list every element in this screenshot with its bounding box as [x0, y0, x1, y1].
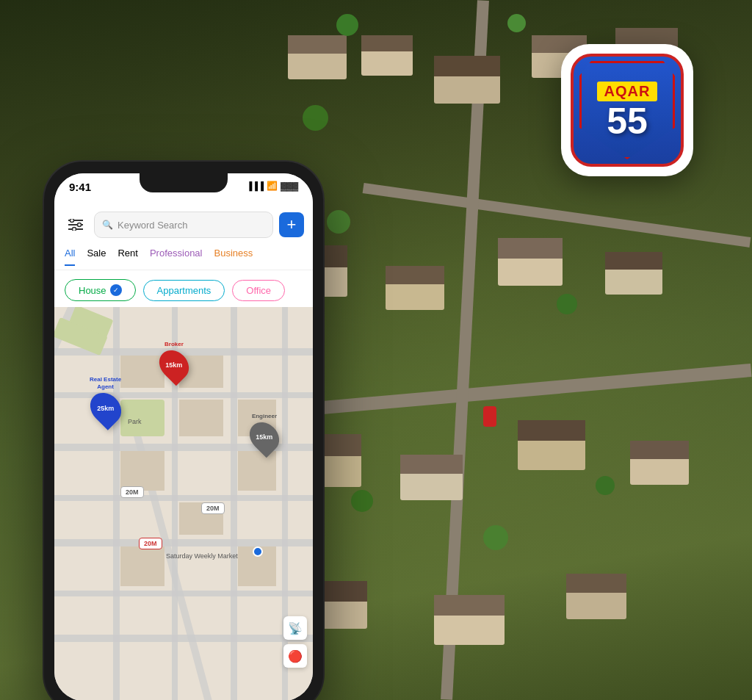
chip-office[interactable]: Office [232, 280, 285, 301]
broker-marker: Broker 15km [161, 341, 187, 381]
office-label: Office [246, 285, 271, 296]
aerial-roof [386, 266, 444, 284]
satellite-button[interactable]: 📡 [283, 616, 307, 640]
apartments-label: Appartments [157, 285, 212, 296]
house-label: House [79, 285, 106, 296]
add-button[interactable]: + [279, 212, 304, 237]
park-label: Park [128, 418, 142, 425]
search-area: 🔍 Keyword Search + [54, 206, 313, 244]
filter-button[interactable] [63, 212, 88, 237]
street-v1 [113, 304, 120, 700]
aerial-house [434, 56, 500, 104]
svg-point-5 [73, 228, 76, 231]
app-brand-text: AQAR [597, 82, 658, 101]
aerial-tree [596, 476, 615, 495]
price-tag-3: 20M [139, 538, 162, 549]
aerial-house [288, 35, 347, 79]
aerial-roof [361, 35, 413, 51]
aerial-house [361, 35, 413, 76]
market-pin [253, 546, 263, 557]
engineer-marker: Engineer 15km [251, 413, 278, 453]
aerial-house [400, 455, 463, 500]
tab-business[interactable]: Business [214, 248, 253, 266]
block5 [120, 451, 164, 491]
filter-icon [68, 219, 83, 231]
search-icon: 🔍 [102, 220, 113, 230]
chip-apartments[interactable]: Appartments [143, 280, 225, 301]
aerial-tree [483, 525, 508, 550]
status-icons: ▐▐▐ 📶 ▓▓▓ [247, 181, 298, 191]
location-icon: 🔴 [288, 649, 303, 663]
block6 [238, 451, 276, 491]
map-controls: 📡 🔴 [283, 616, 307, 668]
app-icon-inner: AQAR 55 [571, 54, 684, 167]
park-block [120, 400, 164, 436]
aerial-roof [434, 595, 505, 616]
aerial-house [386, 266, 444, 310]
aerial-tree [351, 490, 373, 512]
aerial-house [434, 595, 505, 645]
search-placeholder: Keyword Search [118, 220, 187, 231]
aerial-tree [336, 14, 358, 36]
svg-point-4 [78, 223, 82, 227]
aerial-road [264, 364, 752, 419]
app-icon: AQAR 55 [561, 44, 693, 176]
aerial-house [605, 252, 662, 295]
street-h4 [54, 495, 313, 501]
aerial-house [518, 420, 585, 470]
real-estate-agent-marker: Real EstateAgent 25km [90, 376, 121, 425]
chip-house[interactable]: House ✓ [65, 279, 136, 301]
street-h5 [54, 539, 313, 546]
aerial-roof [434, 56, 500, 76]
battery-icon: ▓▓▓ [281, 181, 298, 190]
aerial-roof [400, 455, 463, 474]
status-time: 9:41 [69, 181, 91, 193]
price-tag-2: 20M [201, 502, 225, 514]
map-area[interactable]: Park Saturday Weekly Market Real EstateA… [54, 304, 313, 700]
aerial-car [483, 406, 496, 427]
aerial-tree [507, 14, 526, 32]
aerial-tree [303, 105, 328, 131]
aerial-roof [498, 238, 563, 259]
street-h7 [54, 635, 313, 642]
property-chips: House ✓ Appartments Office [54, 273, 313, 307]
tab-sale[interactable]: Sale [87, 248, 106, 266]
block8 [120, 546, 164, 586]
satellite-icon: 📡 [288, 621, 303, 635]
svg-point-3 [70, 219, 74, 223]
tab-professional[interactable]: Professional [150, 248, 203, 266]
signal-icon: ▐▐▐ [247, 181, 264, 190]
street-v3 [231, 304, 237, 700]
aerial-tree [557, 294, 577, 314]
aerial-roof [288, 35, 347, 54]
block1 [120, 356, 164, 388]
aerial-roof [630, 441, 689, 459]
tab-rent[interactable]: Rent [118, 248, 137, 266]
location-button[interactable]: 🔴 [283, 644, 307, 668]
aerial-roof [605, 252, 662, 270]
aerial-house [630, 441, 689, 485]
market-label: Saturday Weekly Market [166, 552, 238, 560]
aerial-tree [327, 210, 350, 234]
aerial-roof [518, 420, 585, 441]
phone-screen: 9:41 ▐▐▐ 📶 ▓▓▓ 🔍 Keywor [54, 173, 313, 700]
house-check: ✓ [110, 284, 122, 296]
block3 [179, 400, 223, 436]
tab-all[interactable]: All [65, 248, 75, 266]
aerial-house [498, 238, 563, 286]
price-tag-1: 20M [120, 486, 144, 498]
wifi-icon: 📶 [267, 181, 278, 191]
phone-notch [140, 173, 228, 192]
category-tabs: All Sale Rent Professional Business [54, 244, 313, 270]
phone-mockup: 9:41 ▐▐▐ 📶 ▓▓▓ 🔍 Keywor [44, 162, 323, 700]
search-input[interactable]: 🔍 Keyword Search [94, 212, 273, 238]
aerial-roof [566, 574, 626, 593]
aerial-house [566, 574, 626, 619]
app-number: 55 [607, 103, 648, 140]
